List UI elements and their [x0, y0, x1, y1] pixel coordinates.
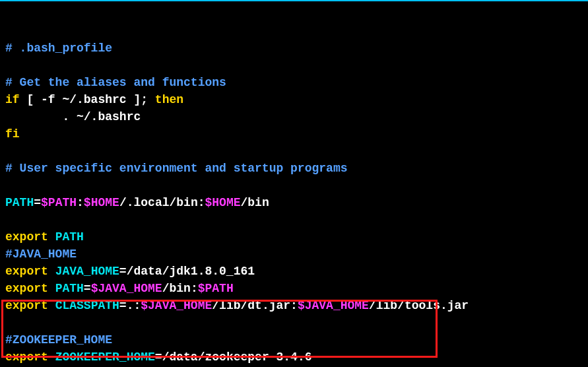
terminal-line: export JAVA_HOME=/data/jdk1.8.0_161 — [5, 263, 583, 280]
terminal-line: # User specific environment and startup … — [5, 160, 583, 177]
code-token: export — [5, 350, 55, 364]
code-token: then — [155, 93, 183, 106]
code-token: # Get the aliases and functions — [5, 76, 226, 89]
code-token: $JAVA_HOME — [298, 299, 369, 312]
code-token: = — [84, 282, 91, 295]
code-token: export — [5, 299, 55, 312]
code-token: CLASSPATH — [55, 299, 119, 312]
code-token: export — [5, 282, 55, 295]
code-token: PATH — [55, 230, 84, 244]
terminal-line: export PATH — [5, 228, 583, 246]
code-token: /bin — [241, 196, 269, 209]
code-token: /.local/bin: — [119, 196, 205, 209]
code-token: . ~/.bashrc — [5, 110, 141, 123]
code-token: /lib/dt.jar: — [212, 299, 298, 312]
terminal-line: . ~/.bashrc — [5, 108, 583, 125]
terminal-line: PATH=$PATH:$HOME/.local/bin:$HOME/bin — [5, 194, 583, 211]
terminal-line: #JAVA_HOME — [5, 246, 583, 263]
terminal-line — [5, 314, 583, 331]
terminal-line: # .bash_profile — [5, 40, 583, 57]
code-token: # .bash_profile — [5, 42, 112, 55]
terminal-line — [5, 143, 583, 160]
code-token: ZOOKEEPER_HOME — [55, 350, 155, 364]
code-token: /lib/tools.jar — [369, 299, 469, 312]
code-token: =.: — [119, 299, 141, 312]
terminal-line: export CLASSPATH=.:$JAVA_HOME/lib/dt.jar… — [5, 297, 583, 314]
terminal-line — [5, 177, 583, 194]
code-token: /bin: — [162, 282, 198, 295]
terminal-content: # .bash_profile # Get the aliases and fu… — [5, 40, 583, 367]
code-token: $HOME — [205, 196, 241, 209]
code-token: : — [77, 196, 84, 209]
code-token: =/data/jdk1.8.0_161 — [119, 265, 255, 278]
code-token: $HOME — [84, 196, 119, 209]
terminal-line: export ZOOKEEPER_HOME=/data/zookeeper-3.… — [5, 349, 583, 366]
terminal-line: #ZOOKEEPER_HOME — [5, 331, 583, 349]
code-token: export — [5, 230, 55, 244]
terminal-line: fi — [5, 125, 583, 143]
terminal-line: if [ -f ~/.bashrc ]; then — [5, 91, 583, 108]
code-token: =/data/zookeeper-3.4.6 — [155, 350, 312, 364]
code-token: JAVA_HOME — [55, 265, 119, 278]
code-token: $JAVA_HOME — [91, 282, 162, 295]
terminal-window[interactable]: # .bash_profile # Get the aliases and fu… — [0, 0, 588, 367]
code-token: #JAVA_HOME — [5, 248, 77, 261]
code-token: fi — [5, 127, 20, 141]
code-token: if — [5, 93, 26, 106]
terminal-line: # Get the aliases and functions — [5, 74, 583, 91]
code-token: PATH — [5, 196, 34, 209]
code-token: $PATH — [41, 196, 77, 209]
code-token: $PATH — [198, 282, 234, 295]
terminal-line — [5, 57, 583, 74]
code-token: #ZOOKEEPER_HOME — [5, 333, 112, 347]
code-token: PATH — [55, 282, 84, 295]
code-token: = — [34, 196, 41, 209]
code-token: [ -f ~/.bashrc ]; — [26, 93, 154, 106]
code-token: # User specific environment and startup … — [5, 162, 347, 175]
code-token: export — [5, 265, 55, 278]
terminal-line — [5, 211, 583, 228]
code-token: $JAVA_HOME — [141, 299, 212, 312]
terminal-line: export PATH=$JAVA_HOME/bin:$PATH — [5, 280, 583, 297]
